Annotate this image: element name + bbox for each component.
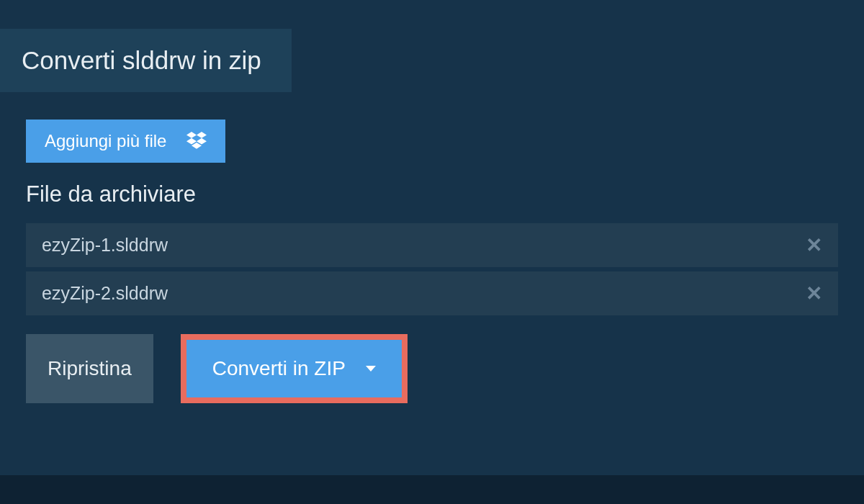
- files-section-title: File da archiviare: [26, 181, 838, 207]
- file-row: ezyZip-2.slddrw ✕: [26, 271, 838, 315]
- file-name: ezyZip-2.slddrw: [42, 283, 168, 304]
- reset-label: Ripristina: [48, 357, 132, 379]
- convert-label: Converti in ZIP: [212, 357, 346, 380]
- remove-file-icon[interactable]: ✕: [806, 284, 822, 304]
- convert-button[interactable]: Converti in ZIP: [186, 340, 402, 397]
- add-files-button[interactable]: Aggiungi più file: [26, 120, 225, 163]
- tab-title[interactable]: Converti slddrw in zip: [0, 29, 292, 92]
- tab-title-text: Converti slddrw in zip: [22, 46, 261, 74]
- file-list: ezyZip-1.slddrw ✕ ezyZip-2.slddrw ✕: [26, 223, 838, 315]
- convert-highlight: Converti in ZIP: [181, 334, 408, 403]
- file-row: ezyZip-1.slddrw ✕: [26, 223, 838, 267]
- dropbox-icon: [186, 132, 207, 150]
- caret-down-icon: [366, 366, 376, 372]
- remove-file-icon[interactable]: ✕: [806, 235, 822, 256]
- action-row: Ripristina Converti in ZIP: [26, 334, 838, 403]
- add-files-label: Aggiungi più file: [45, 131, 166, 151]
- file-name: ezyZip-1.slddrw: [42, 235, 168, 256]
- reset-button[interactable]: Ripristina: [26, 334, 153, 403]
